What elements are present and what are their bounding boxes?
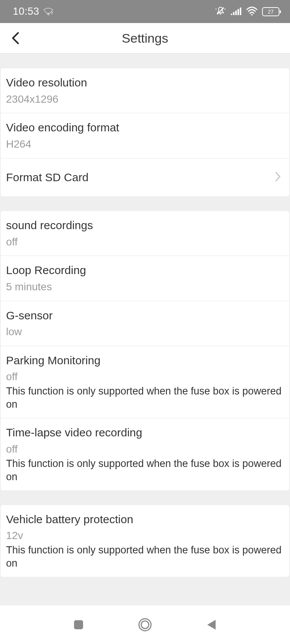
svg-rect-6 — [235, 11, 237, 15]
svg-text:?: ? — [51, 11, 53, 15]
setting-title: Time-lapse video recording — [6, 425, 284, 441]
setting-value: H264 — [6, 137, 284, 151]
setting-title: Video resolution — [6, 75, 284, 91]
setting-title: Parking Monitoring — [6, 353, 284, 368]
circle-icon — [138, 618, 152, 632]
section-video: Video resolution 2304x1296 Video encodin… — [1, 68, 289, 196]
wifi-icon — [246, 6, 258, 17]
svg-rect-8 — [240, 8, 241, 15]
setting-desc: This function is only supported when the… — [6, 457, 284, 484]
setting-title: sound recordings — [6, 218, 284, 233]
setting-title: Video encoding format — [6, 120, 284, 136]
section-recording: sound recordings off Loop Recording 5 mi… — [1, 211, 289, 490]
setting-desc: This function is only supported when the… — [6, 385, 284, 411]
back-button[interactable] — [6, 29, 25, 48]
setting-video-encoding[interactable]: Video encoding format H264 — [1, 113, 289, 158]
section-power: Vehicle battery protection 12v This func… — [1, 505, 289, 577]
setting-parking-monitoring[interactable]: Parking Monitoring off This function is … — [1, 346, 289, 418]
home-button[interactable] — [134, 613, 156, 636]
square-icon — [73, 619, 84, 630]
setting-g-sensor[interactable]: G-sensor low — [1, 301, 289, 346]
recent-apps-button[interactable] — [67, 613, 90, 636]
navigation-bar — [0, 605, 290, 644]
setting-value: 2304x1296 — [6, 92, 284, 106]
section-gap — [0, 54, 290, 68]
setting-loop-recording[interactable]: Loop Recording 5 minutes — [1, 256, 289, 301]
mute-icon — [215, 6, 226, 17]
svg-point-12 — [141, 621, 149, 629]
setting-value: off — [6, 235, 284, 249]
setting-vehicle-battery[interactable]: Vehicle battery protection 12v This func… — [1, 505, 289, 577]
setting-title: Loop Recording — [6, 263, 284, 278]
battery-icon: 27 — [262, 7, 279, 16]
svg-rect-5 — [233, 12, 234, 15]
header: Settings — [0, 23, 290, 54]
setting-video-resolution[interactable]: Video resolution 2304x1296 — [1, 68, 289, 113]
signal-icon — [230, 7, 242, 17]
battery-level: 27 — [268, 9, 274, 15]
setting-sound-recordings[interactable]: sound recordings off — [1, 211, 289, 256]
status-time: 10:53 — [13, 6, 39, 17]
svg-rect-7 — [238, 9, 239, 15]
setting-value: low — [6, 325, 284, 339]
svg-point-9 — [251, 14, 253, 15]
setting-format-sd-card[interactable]: Format SD Card — [1, 159, 289, 197]
setting-desc: This function is only supported when the… — [6, 544, 284, 570]
section-gap — [0, 196, 290, 211]
status-bar: 10:53 ? — [0, 0, 290, 23]
chevron-right-icon — [275, 171, 281, 183]
setting-title: Vehicle battery protection — [6, 512, 284, 527]
chevron-left-icon — [11, 31, 20, 45]
setting-time-lapse[interactable]: Time-lapse video recording off This func… — [1, 418, 289, 490]
svg-line-1 — [217, 8, 224, 14]
wifi-weak-icon: ? — [43, 8, 54, 16]
setting-value: off — [6, 370, 284, 384]
setting-title: Format SD Card — [6, 170, 88, 185]
back-nav-button[interactable] — [200, 613, 223, 636]
setting-value: 5 minutes — [6, 280, 284, 294]
setting-value: off — [6, 442, 284, 456]
setting-title: G-sensor — [6, 308, 284, 324]
status-right: 27 — [215, 6, 279, 17]
triangle-left-icon — [206, 619, 217, 631]
section-gap — [0, 490, 290, 505]
svg-point-4 — [231, 14, 232, 15]
page-title: Settings — [0, 31, 290, 46]
svg-rect-10 — [74, 620, 83, 629]
status-left: 10:53 ? — [13, 6, 54, 17]
setting-value: 12v — [6, 528, 284, 543]
